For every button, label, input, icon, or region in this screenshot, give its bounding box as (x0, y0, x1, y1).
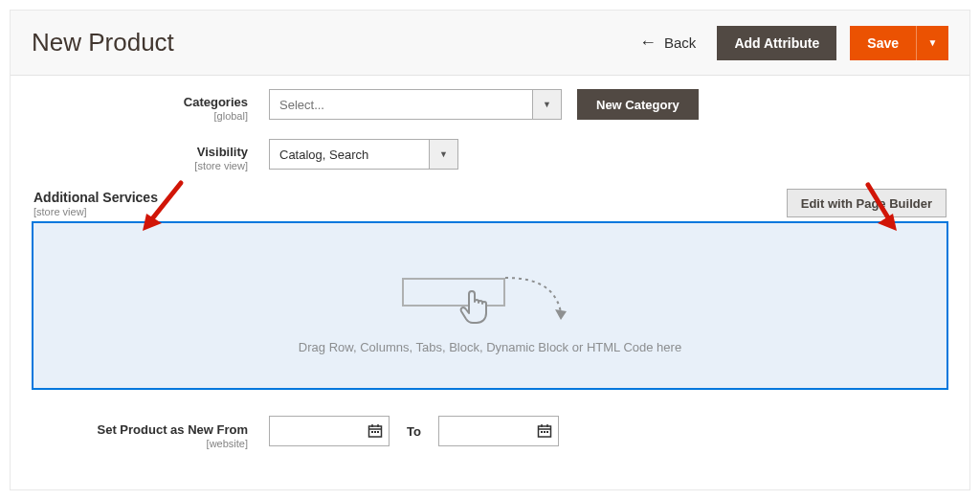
new-from-date-input[interactable] (269, 416, 390, 446)
visibility-label: Visibility (197, 145, 248, 159)
set-new-from-control: To (269, 416, 559, 446)
back-label: Back (664, 34, 696, 51)
visibility-control: Catalog, Search ▼ (269, 139, 458, 170)
arrow-left-icon: ← (639, 33, 657, 53)
categories-label-col: Categories [global] (32, 89, 269, 122)
dotted-arrow-icon (501, 274, 578, 327)
set-new-from-row: Set Product as New From [website] (32, 413, 948, 449)
visibility-label-col: Visibility [store view] (32, 139, 269, 171)
categories-select[interactable]: Select... ▼ (269, 89, 562, 120)
categories-label: Categories (184, 95, 248, 109)
new-to-date-input[interactable] (438, 416, 559, 446)
visibility-select[interactable]: Catalog, Search ▼ (269, 139, 458, 170)
hand-icon (459, 288, 488, 323)
categories-placeholder: Select... (270, 90, 532, 119)
set-new-from-label: Set Product as New From (98, 422, 248, 437)
svg-rect-5 (371, 431, 373, 433)
visibility-row: Visibility [store view] Catalog, Search … (32, 139, 948, 171)
page-builder-dropzone[interactable]: Drag Row, Columns, Tabs, Block, Dynamic … (32, 221, 948, 390)
categories-row: Categories [global] Select... ▼ New Cate… (32, 89, 948, 122)
back-link[interactable]: ← Back (639, 33, 696, 53)
page-header: New Product ← Back Add Attribute Save ▼ (11, 11, 969, 76)
page-title: New Product (32, 28, 174, 57)
visibility-select-toggle[interactable]: ▼ (429, 140, 457, 169)
caret-down-icon: ▼ (928, 37, 938, 48)
caret-down-icon: ▼ (543, 100, 551, 109)
svg-rect-13 (544, 431, 546, 433)
to-label: To (407, 424, 421, 439)
save-button[interactable]: Save (850, 26, 916, 60)
add-attribute-button[interactable]: Add Attribute (717, 26, 836, 60)
visibility-scope: [store view] (32, 160, 248, 171)
categories-select-toggle[interactable]: ▼ (532, 90, 561, 119)
additional-services-scope: [store view] (33, 206, 158, 217)
header-actions: ← Back Add Attribute Save ▼ (639, 26, 948, 60)
save-dropdown-toggle[interactable]: ▼ (916, 26, 948, 60)
calendar-icon[interactable] (362, 423, 389, 439)
dropzone-hint: Drag Row, Columns, Tabs, Block, Dynamic … (299, 340, 681, 354)
additional-services-header: Additional Services [store view] Edit wi… (32, 189, 948, 217)
edit-with-page-builder-button[interactable]: Edit with Page Builder (787, 189, 947, 217)
categories-scope: [global] (32, 110, 248, 122)
new-category-button[interactable]: New Category (577, 89, 699, 120)
form-content: Categories [global] Select... ▼ New Cate… (11, 76, 969, 449)
svg-rect-7 (377, 431, 379, 433)
set-new-from-label-col: Set Product as New From [website] (32, 413, 269, 449)
caret-down-icon: ▼ (439, 149, 448, 159)
additional-services-label-wrap: Additional Services [store view] (33, 190, 158, 217)
svg-marker-0 (555, 309, 567, 320)
dropzone-illustration (402, 257, 578, 327)
page-wrap: New Product ← Back Add Attribute Save ▼ … (10, 10, 970, 490)
svg-rect-6 (374, 431, 376, 433)
visibility-value: Catalog, Search (270, 140, 429, 169)
additional-services-label: Additional Services (33, 190, 158, 205)
set-new-from-scope: [website] (32, 438, 248, 449)
svg-rect-12 (541, 431, 543, 433)
svg-rect-14 (546, 431, 548, 433)
save-button-group: Save ▼ (850, 26, 948, 60)
categories-control: Select... ▼ New Category (269, 89, 699, 120)
calendar-icon[interactable] (531, 423, 558, 439)
